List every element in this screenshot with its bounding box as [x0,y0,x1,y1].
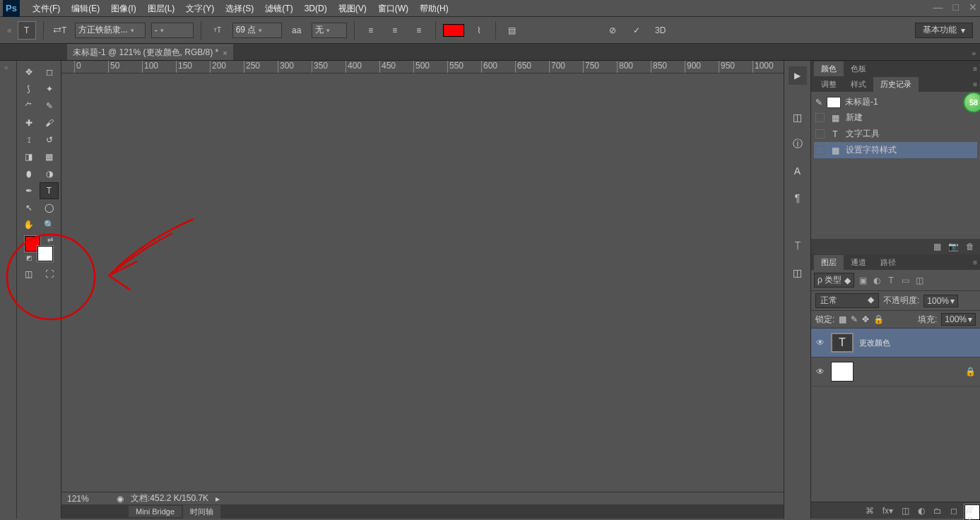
marquee-tool[interactable]: ◻ [40,64,59,81]
history-snapshot-thumb[interactable] [827,97,841,108]
background-color[interactable] [37,246,53,261]
menu-edit[interactable]: 编辑(E) [66,0,105,17]
font-style-dropdown[interactable]: -▾ [151,23,194,38]
adjustment-layer-icon[interactable]: ◐ [918,506,925,516]
3d-button[interactable]: 3D [651,21,670,40]
tool-indicator-type-icon[interactable]: T [18,21,36,40]
paragraph-icon[interactable]: ¶ [789,189,806,206]
default-colors-icon[interactable]: ◩ [26,254,33,261]
character-icon[interactable]: A [789,162,806,179]
new-layer-icon[interactable]: ◻ [950,506,957,516]
layer-row[interactable]: 👁 背景 🔒 [811,358,980,386]
font-size-dropdown[interactable]: 69 点▾ [232,23,282,38]
commit-icon[interactable]: ✓ [627,21,646,40]
history-snapshot-name[interactable]: 未标题-1 [845,96,878,108]
align-center-icon[interactable]: ≡ [386,21,404,40]
align-right-icon[interactable]: ≡ [410,21,428,40]
cancel-icon[interactable]: ⊘ [603,21,622,40]
status-arrow-icon[interactable]: ▸ [216,494,220,504]
tab-layers[interactable]: 图层 [814,255,844,270]
tab-channels[interactable]: 通道 [844,255,873,270]
tab-color[interactable]: 颜色 [814,61,844,76]
shape-tool[interactable]: ◯ [40,199,59,216]
history-brush-tool[interactable]: ↺ [40,131,59,148]
tab-minibridge[interactable]: Mini Bridge [129,506,182,517]
menu-type[interactable]: 文字(Y) [180,0,220,17]
tab-timeline[interactable]: 时间轴 [183,505,220,519]
close-tab-icon[interactable]: × [223,49,227,57]
screenmode-tool[interactable]: ⛶ [40,266,59,283]
antialias-dropdown[interactable]: 无▾ [312,23,347,38]
panel-menu-icon[interactable]: ≡ [973,81,977,88]
layer-mask-icon[interactable]: ◫ [902,506,909,516]
swap-colors-icon[interactable]: ⇄ [47,236,53,244]
group-icon[interactable]: 🗀 [933,506,942,516]
menu-window[interactable]: 窗口(W) [372,0,414,17]
link-layers-icon[interactable]: ⌘ [866,506,874,516]
crop-tool[interactable]: ⺈ [19,98,38,114]
magic-wand-tool[interactable]: ✦ [40,81,59,98]
lock-image-icon[interactable]: ✎ [851,314,858,324]
filter-adjust-icon[interactable]: ◐ [871,275,882,286]
filter-pixel-icon[interactable]: ▣ [857,275,868,286]
zoom-level[interactable]: 121% [67,494,110,504]
menu-3d[interactable]: 3D(D) [299,0,333,17]
quickmask-tool[interactable]: ◫ [19,266,38,283]
workspace-switcher[interactable]: 基本功能▾ [915,23,973,38]
visibility-icon[interactable]: 👁 [815,338,825,348]
zoom-tool[interactable]: 🔍 [40,216,59,233]
swatches-icon[interactable]: ◫ [789,264,806,281]
brush-preset-icon[interactable]: ⟙ [789,237,806,254]
filter-shape-icon[interactable]: ▭ [899,275,911,286]
text-color-swatch[interactable] [443,24,464,37]
history-item[interactable]: T文字工具 [814,126,977,142]
blur-tool[interactable]: ⬮ [19,165,38,182]
layer-name[interactable]: 背景 [964,504,980,520]
menu-image[interactable]: 图像(I) [105,0,141,17]
layer-row[interactable]: 👁 T 更改颜色 [811,329,980,358]
eyedropper-tool[interactable]: ✎ [40,98,59,114]
panel-menu-icon[interactable]: ≡ [973,259,977,266]
menu-layer[interactable]: 图层(L) [142,0,181,17]
menu-select[interactable]: 选择(S) [220,0,259,17]
layer-style-icon[interactable]: fx▾ [882,506,893,516]
character-panel-icon[interactable]: ▤ [503,21,521,40]
menu-view[interactable]: 视图(V) [333,0,372,17]
menu-help[interactable]: 帮助(H) [414,0,454,17]
layer-thumbnail[interactable]: T [831,333,854,353]
lock-all-icon[interactable]: 🔒 [873,314,884,324]
align-left-icon[interactable]: ≡ [362,21,380,40]
panel-menu-icon[interactable]: ≡ [973,65,977,73]
blend-mode-dropdown[interactable]: 正常◆ [815,293,879,308]
expand-panels-icon[interactable]: » [972,49,976,60]
snapshot-icon[interactable]: 📷 [948,242,959,252]
lock-position-icon[interactable]: ✥ [862,314,869,324]
gradient-tool[interactable]: ▦ [40,148,59,165]
visibility-icon[interactable]: 👁 [815,367,825,377]
dodge-tool[interactable]: ◑ [40,165,59,182]
color-swatches[interactable]: ⇄ ◩ [25,236,53,261]
minimize-icon[interactable]: — [933,1,943,13]
tab-history[interactable]: 历史记录 [873,77,919,92]
new-doc-from-state-icon[interactable]: ▦ [933,242,941,252]
type-tool[interactable]: T [40,182,59,199]
pen-tool[interactable]: ✒ [19,182,38,199]
tab-paths[interactable]: 路径 [873,255,903,270]
brush-tool[interactable]: 🖌 [40,114,59,131]
filter-type-icon[interactable]: T [885,275,897,286]
tab-swatches[interactable]: 色板 [844,61,873,76]
history-item[interactable]: ▦设置字符样式 [814,142,977,158]
close-icon[interactable]: ✕ [969,1,977,13]
clone-stamp-tool[interactable]: ⟟ [19,131,38,148]
maximize-icon[interactable]: □ [953,1,959,13]
delete-state-icon[interactable]: 🗑 [966,242,974,252]
histogram-icon[interactable]: ◫ [789,109,806,126]
layer-filter-kind[interactable]: ρ 类型◆ [814,273,854,288]
info-icon[interactable]: ⓘ [789,136,806,153]
menu-file[interactable]: 文件(F) [27,0,66,17]
hand-tool[interactable]: ✋ [19,216,38,233]
history-brush-source-icon[interactable]: ✎ [815,98,822,107]
document-tab[interactable]: 未标题-1 @ 121% (更改颜色, RGB/8) * × [67,45,233,60]
tab-adjust[interactable]: 调整 [814,77,844,92]
healing-brush-tool[interactable]: ✚ [19,114,38,131]
